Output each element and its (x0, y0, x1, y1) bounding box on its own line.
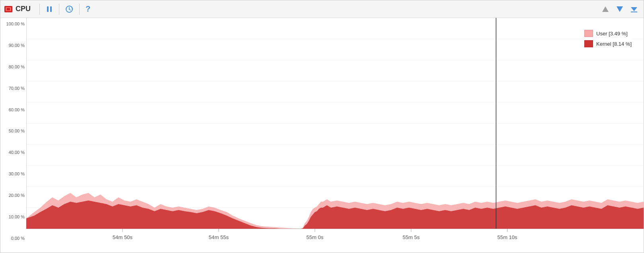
scroll-down-button[interactable] (613, 4, 626, 14)
user-legend-label: User [3.49 %] (596, 31, 628, 37)
x-label-54m50s: 54m 50s (113, 234, 133, 240)
pause-button[interactable] (44, 4, 55, 14)
legend-user: User [3.49 %] (584, 30, 632, 37)
title-text: CPU (16, 5, 31, 13)
download-icon (630, 5, 638, 13)
x-label-55m10s: 55m 10s (497, 234, 517, 240)
divider-1 (39, 4, 40, 15)
y-label-20: 20.00 % (9, 193, 25, 198)
divider-3 (79, 4, 80, 15)
svg-marker-10 (72, 8, 73, 10)
y-label-40: 40.00 % (9, 150, 25, 155)
window-title: CPU (4, 4, 35, 14)
toolbar-right (599, 4, 640, 14)
pause-icon (46, 6, 53, 13)
y-label-80: 80.00 % (9, 65, 25, 69)
help-icon: ? (86, 4, 90, 14)
arrow-down-icon (616, 5, 624, 13)
y-label-0: 0.00 % (11, 236, 25, 241)
scroll-up-button[interactable] (599, 4, 612, 14)
legend: User [3.49 %] Kernel [8.14 %] (584, 30, 632, 51)
x-label-55m5s: 55m 5s (402, 234, 420, 240)
svg-rect-4 (50, 6, 52, 12)
svg-marker-13 (631, 7, 637, 11)
chart-svg: 54m 50s 54m 55s 55m 0s 55m 5s 55m 10s (26, 18, 644, 253)
download-button[interactable] (628, 4, 640, 14)
cpu-icon (4, 4, 13, 14)
svg-point-9 (69, 8, 70, 9)
chart-canvas: 54m 50s 54m 55s 55m 0s 55m 5s 55m 10s Us… (26, 18, 644, 253)
kernel-legend-label: Kernel [8.14 %] (596, 41, 632, 47)
y-label-90: 90.00 % (9, 43, 25, 48)
user-swatch (584, 30, 593, 37)
y-label-60: 60.00 % (9, 108, 25, 112)
arrow-up-icon (601, 5, 609, 13)
clock-icon (65, 5, 73, 13)
svg-marker-11 (602, 6, 609, 12)
x-label-55m0s: 55m 0s (306, 234, 324, 240)
y-label-10: 10.00 % (9, 215, 25, 219)
y-label-50: 50.00 % (9, 129, 25, 133)
svg-rect-14 (631, 12, 637, 12)
main-window: CPU ? (0, 0, 644, 253)
chart-area: 100.00 % 90.00 % 80.00 % 70.00 % 60.00 %… (0, 18, 644, 253)
y-axis: 100.00 % 90.00 % 80.00 % 70.00 % 60.00 %… (0, 18, 26, 253)
x-label-54m55s: 54m 55s (209, 234, 229, 240)
legend-kernel: Kernel [8.14 %] (584, 40, 632, 47)
svg-marker-12 (617, 6, 623, 12)
y-label-100: 100.00 % (6, 22, 25, 26)
divider-2 (59, 4, 59, 15)
y-label-70: 70.00 % (9, 86, 25, 91)
clock-button[interactable] (63, 4, 75, 14)
help-button[interactable]: ? (84, 3, 92, 15)
svg-rect-3 (47, 6, 49, 12)
svg-rect-2 (7, 8, 10, 10)
y-label-30: 30.00 % (9, 172, 25, 176)
kernel-swatch (584, 40, 593, 47)
toolbar: CPU ? (0, 0, 644, 18)
